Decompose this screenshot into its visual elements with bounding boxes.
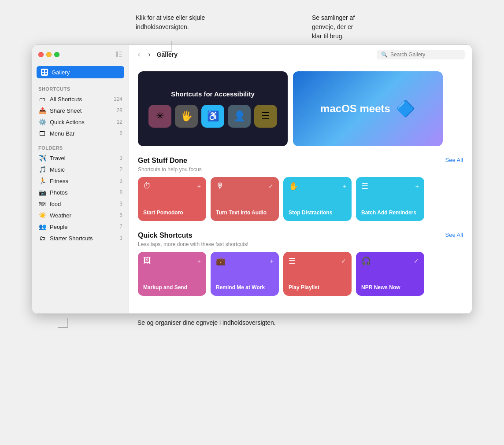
turn-text-audio-card[interactable]: 🎙 ✓ Turn Text Into Audio — [211, 177, 279, 221]
pomodoro-action: + — [197, 183, 201, 190]
npr-news-label: NPR News Now — [361, 284, 419, 291]
sidebar: Gallery Shortcuts 🗃 All Shortcuts 124 📤 … — [32, 45, 129, 313]
annotation-top-left: Klik for at vise eller skjule indholdsov… — [136, 13, 259, 32]
close-button[interactable] — [38, 52, 44, 57]
npr-news-icon: 🎧 — [361, 256, 371, 266]
sidebar-item-gallery[interactable]: Gallery — [37, 66, 124, 78]
sidebar-item-quick-actions[interactable]: ⚙️ Quick Actions 12 — [32, 116, 129, 128]
remind-me-action: + — [270, 257, 274, 265]
shortcuts-app-icon: 🔷 — [396, 99, 415, 118]
share-sheet-icon: 📤 — [38, 107, 46, 114]
food-icon: 🍽 — [38, 200, 46, 207]
sidebar-item-people-count: 7 — [119, 224, 122, 230]
start-pomodoro-card[interactable]: ⏱ + Start Pomodoro — [138, 177, 206, 221]
gallery-title: Gallery — [157, 51, 372, 58]
get-stuff-done-header: Get Stuff Done See All — [138, 157, 463, 165]
npr-news-action: ✓ — [414, 257, 419, 265]
sidebar-item-all-shortcuts[interactable]: 🗃 All Shortcuts 124 — [32, 93, 129, 105]
back-button[interactable]: ‹ — [136, 50, 142, 59]
sidebar-item-photos-label: Photos — [50, 189, 116, 196]
sidebar-item-photos[interactable]: 📷 Photos 8 — [32, 187, 129, 198]
quick-shortcuts-subtitle: Less taps, more done with these fast sho… — [138, 241, 463, 247]
markup-send-card[interactable]: 🖼 + Markup and Send — [138, 252, 206, 296]
sidebar-item-quick-actions-count: 12 — [117, 119, 122, 125]
forward-button[interactable]: › — [146, 50, 152, 59]
stop-distractions-action: + — [343, 183, 346, 190]
batch-add-reminders-card[interactable]: ☰ + Batch Add Reminders — [356, 177, 424, 221]
sidebar-item-food[interactable]: 🍽 food 3 — [32, 198, 129, 210]
quick-shortcuts-see-all[interactable]: See All — [445, 232, 463, 238]
svg-rect-1 — [119, 51, 122, 52]
minimize-button[interactable] — [46, 52, 52, 57]
sidebar-item-fitness-label: Fitness — [50, 178, 116, 184]
sidebar-item-fitness-count: 3 — [119, 178, 122, 184]
sidebar-item-all-shortcuts-label: All Shortcuts — [50, 96, 110, 103]
people-icon: 👥 — [38, 223, 46, 230]
sidebar-item-travel-count: 3 — [119, 155, 122, 161]
pomodoro-icon: ⏱ — [143, 181, 151, 191]
gallery-icon — [41, 69, 48, 76]
main-body: Shortcuts for Accessibility ✳ 🖐 ♿ 👤 ☰ — [129, 64, 472, 313]
play-playlist-label: Play Playlist — [289, 284, 346, 291]
sidebar-item-weather[interactable]: ☀️ Weather 6 — [32, 210, 129, 221]
sidebar-item-quick-actions-label: Quick Actions — [50, 119, 113, 125]
sidebar-item-weather-label: Weather — [50, 212, 116, 219]
markup-send-action: + — [197, 257, 201, 265]
quick-actions-icon: ⚙️ — [38, 118, 46, 125]
folders-section-label: Folders — [32, 139, 129, 152]
quick-shortcuts-row: Quick Shortcuts See All Less taps, more … — [138, 232, 463, 296]
batch-add-icon: ☰ — [361, 181, 368, 191]
sidebar-item-people[interactable]: 👥 People 7 — [32, 221, 129, 232]
sidebar-item-menu-bar-label: Menu Bar — [50, 130, 116, 137]
sidebar-toggle-icon[interactable] — [115, 51, 122, 59]
play-playlist-icon: ☰ — [289, 256, 296, 266]
play-playlist-action: ✓ — [341, 257, 346, 265]
sidebar-item-menu-bar[interactable]: 🗔 Menu Bar 6 — [32, 128, 129, 139]
stop-distractions-card[interactable]: ✋ + Stop Distractions — [283, 177, 352, 221]
sidebar-item-travel[interactable]: ✈️ Travel 3 — [32, 152, 129, 164]
remind-me-work-card[interactable]: 💼 + Remind Me at Work — [211, 252, 279, 296]
play-playlist-card[interactable]: ☰ ✓ Play Playlist — [283, 252, 352, 296]
markup-send-label: Markup and Send — [143, 284, 201, 291]
sidebar-item-share-sheet-label: Share Sheet — [50, 107, 113, 114]
sidebar-item-music-label: Music — [50, 166, 116, 173]
sidebar-titlebar — [32, 45, 129, 64]
photos-icon: 📷 — [38, 189, 46, 196]
sidebar-item-share-sheet[interactable]: 📤 Share Sheet 28 — [32, 105, 129, 116]
get-stuff-done-see-all[interactable]: See All — [445, 157, 463, 163]
svg-rect-4 — [42, 70, 44, 72]
search-icon: 🔍 — [381, 51, 388, 58]
acc-icon-1: ✳ — [148, 105, 171, 128]
main-titlebar: ‹ › Gallery 🔍 — [129, 45, 472, 64]
acc-icon-4: 👤 — [228, 105, 251, 128]
sidebar-item-fitness[interactable]: 🏃 Fitness 3 — [32, 175, 129, 187]
sidebar-item-all-shortcuts-count: 124 — [114, 96, 122, 102]
zoom-button[interactable] — [54, 52, 59, 57]
svg-rect-0 — [116, 51, 118, 57]
svg-rect-3 — [119, 56, 122, 57]
music-icon: 🎵 — [38, 166, 46, 173]
sidebar-item-travel-label: Travel — [50, 155, 116, 162]
main-window: Gallery Shortcuts 🗃 All Shortcuts 124 📤 … — [32, 44, 472, 314]
featured-cards: Shortcuts for Accessibility ✳ 🖐 ♿ 👤 ☰ — [138, 71, 463, 146]
get-stuff-done-cards: ⏱ + Start Pomodoro 🎙 ✓ Turn Text Into Au… — [138, 177, 463, 221]
accessibility-card[interactable]: Shortcuts for Accessibility ✳ 🖐 ♿ 👤 ☰ — [138, 71, 288, 146]
svg-rect-2 — [119, 54, 122, 55]
search-input[interactable] — [390, 51, 460, 58]
pomodoro-label: Start Pomodoro — [143, 210, 201, 217]
sidebar-item-menu-bar-count: 6 — [119, 130, 122, 136]
shortcuts-section-label: Shortcuts — [32, 80, 129, 93]
text-audio-action: ✓ — [268, 183, 274, 190]
quick-shortcuts-header: Quick Shortcuts See All — [138, 232, 463, 239]
npr-news-card[interactable]: 🎧 ✓ NPR News Now — [356, 252, 424, 296]
sidebar-item-food-count: 3 — [119, 201, 122, 207]
annotation-top-right: Se samlinger afgenveje, der erklar til b… — [312, 13, 426, 41]
acc-icon-5: ☰ — [254, 105, 277, 128]
sidebar-item-music[interactable]: 🎵 Music 2 — [32, 164, 129, 175]
macos-card[interactable]: macOS meets 🔷 — [293, 71, 443, 146]
travel-icon: ✈️ — [38, 154, 46, 162]
remind-me-icon: 💼 — [216, 256, 226, 266]
get-stuff-done-subtitle: Shortcuts to help you focus — [138, 166, 463, 173]
quick-shortcuts-title: Quick Shortcuts — [138, 232, 193, 239]
sidebar-item-starter-shortcuts[interactable]: 🗂 Starter Shortcuts 3 — [32, 232, 129, 244]
